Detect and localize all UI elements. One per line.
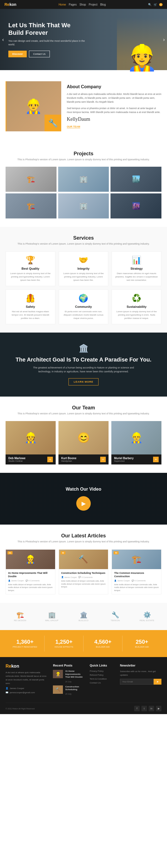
- contact-button[interactable]: Contact Us: [29, 51, 50, 57]
- team-title: Our Team: [6, 405, 161, 411]
- footer-newsletter-title: Newsletter: [120, 664, 161, 667]
- discover-button[interactable]: Discover: [8, 51, 27, 57]
- footer-link-1[interactable]: Privacy Policy: [90, 670, 115, 672]
- hero-heading: Let Us Think That We Build Forever: [8, 22, 86, 36]
- team-name-2: Kurt Boone: [61, 457, 76, 460]
- service-title-1: Best Quality: [9, 267, 52, 270]
- service-desc-1: Lorem ipsum is simply dummy text of the …: [9, 272, 52, 282]
- logo-re: Re: [4, 2, 9, 7]
- twitter-icon[interactable]: t: [141, 706, 147, 711]
- footer-link-3[interactable]: Term & Condition: [90, 678, 115, 680]
- article-emoji-1: 👷: [26, 555, 35, 564]
- footer-post-2[interactable]: 🔨 Construction Scheduling 24 July: [53, 685, 85, 696]
- brand-icon-5: ⚙️: [143, 612, 151, 619]
- nav-project[interactable]: Project: [89, 3, 97, 6]
- hero-next-arrow[interactable]: ›: [163, 37, 165, 42]
- search-icon[interactable]: 🔍: [148, 3, 152, 6]
- footer-email: jamescooper@gmail.com: [10, 691, 35, 694]
- team-plus-2[interactable]: +: [100, 457, 106, 462]
- service-title-2: Integrity: [62, 267, 105, 270]
- footer: Rekon A dui sed ut alirara quis malesuad…: [0, 657, 167, 714]
- footer-logo-re: Re: [6, 664, 11, 669]
- project-card-4[interactable]: 🏗️: [6, 193, 57, 218]
- brand-icon-3: 🏛️: [80, 612, 88, 619]
- team-plus-3[interactable]: +: [153, 457, 159, 462]
- hero-content: Let Us Think That We Build Forever You c…: [8, 22, 86, 57]
- service-card-1: 🏆 Best Quality Lorem ipsum is simply dum…: [6, 251, 56, 286]
- integrity-icon: 🤝: [62, 255, 105, 265]
- service-desc-5: Et porta enim vel commodo enim non. Aliq…: [62, 310, 105, 320]
- brand-text-5: REAL ESTATE: [140, 619, 155, 622]
- stat-3: 4,560+ Builder Aid: [84, 636, 123, 651]
- brand-2: 🏢 MAL GROUP: [41, 610, 63, 623]
- our-team-link[interactable]: OUR TEAM: [67, 125, 80, 128]
- play-button[interactable]: ▶: [76, 496, 91, 511]
- footer-post-title-2: Construction Scheduling: [65, 685, 85, 691]
- article-comments-1: 💬 0 Comments: [26, 580, 40, 582]
- article-comments-2: 💬 0 Comments: [78, 576, 93, 578]
- service-card-3: 📊 Strategy Diam maecenas ultricies mi eg…: [111, 251, 161, 286]
- team-photo-2: 😊: [59, 421, 108, 455]
- youtube-icon[interactable]: ▶: [156, 706, 161, 711]
- footer-grid: Rekon A dui sed ut alirara quis malesuad…: [6, 664, 161, 698]
- services-subtitle: This is Photoshop's version of Lorem ips…: [6, 242, 161, 246]
- navbar: Rekon Home Pages Shop Project Blog 🔍 🛒 0: [0, 0, 167, 9]
- services-section: Services This is Photoshop's version of …: [0, 227, 167, 333]
- nav-pages[interactable]: Pages: [69, 3, 76, 6]
- service-title-5: Community: [62, 305, 105, 308]
- logo[interactable]: Rekon: [4, 2, 16, 7]
- team-member-2: 😊 Kurt Boone Handyman +: [59, 421, 108, 464]
- service-card-5: 🌍 Community Et porta enim vel commodo en…: [59, 289, 108, 324]
- article-meta-1: 👤 James Cooper 💬 0 Comments: [8, 580, 53, 582]
- linkedin-icon[interactable]: in: [148, 706, 154, 711]
- project-card-6[interactable]: 🌆: [110, 193, 161, 218]
- stats-section: 1,360+ Project Renovated 1,250+ House Ef…: [0, 630, 167, 657]
- brand-icon-1: 🏗️: [16, 612, 24, 619]
- about-image: 👷‍♂️ 🔧: [6, 81, 61, 131]
- footer-contact-name: 👤 James Cooper: [6, 687, 48, 690]
- footer-link-2[interactable]: Refund Policy: [90, 674, 115, 676]
- article-emoji-3: 🏗️: [132, 555, 141, 564]
- learn-more-button[interactable]: LEARN MORE: [68, 378, 99, 385]
- footer-links-col: Quick Links Privacy Policy Refund Policy…: [90, 664, 115, 698]
- cart-icon[interactable]: 🛒: [154, 3, 157, 6]
- stat-number-3: 4,560+: [86, 639, 120, 645]
- article-card-1[interactable]: 👷 01 31 Home Improvements That Will Doub…: [6, 549, 56, 595]
- banner-heading: The Architect Goal Is To Create A Paradi…: [8, 356, 159, 363]
- footer-post-1[interactable]: 👷 31 Home Improvements That Will Double …: [53, 670, 85, 683]
- services-title-block: Services This is Photoshop's version of …: [6, 235, 161, 246]
- footer-logo[interactable]: Rekon: [6, 664, 48, 669]
- nav-blog[interactable]: Blog: [100, 3, 106, 6]
- newsletter-email-input[interactable]: [120, 679, 154, 685]
- footer-link-4[interactable]: Contact Us: [90, 682, 115, 684]
- nav-shop[interactable]: Shop: [79, 3, 86, 6]
- article-thumb-2: 🔨 02: [59, 550, 108, 569]
- facebook-icon[interactable]: f: [134, 706, 140, 711]
- brand-text-4: TEKKON: [111, 619, 120, 622]
- team-info-3: Muriel Barbery Supervisor +: [111, 455, 161, 464]
- footer-post-info-2: Construction Scheduling 24 July: [65, 685, 85, 696]
- team-plus-1[interactable]: +: [47, 457, 53, 462]
- newsletter-submit-button[interactable]: ➤: [154, 679, 161, 685]
- project-card-3[interactable]: 🏙️: [110, 167, 161, 192]
- team-photo-3: 👷‍♂️: [111, 421, 161, 455]
- project-card-2[interactable]: 🏢: [58, 167, 109, 192]
- footer-bottom: © 2021 Rekon All Right Reserved f t in ▶: [6, 703, 161, 711]
- stat-label-2: House Effects: [47, 646, 81, 648]
- banner-section: 🏛️ The Architect Goal Is To Create A Par…: [0, 333, 167, 397]
- article-tag-3: 03: [113, 551, 119, 554]
- service-title-4: Safety: [9, 305, 52, 308]
- article-card-3[interactable]: 🏗️ 03 The Common Insurances Construction…: [111, 549, 161, 595]
- article-card-2[interactable]: 🔨 02 Construction Scheduling Techniques …: [59, 549, 108, 595]
- nav-home[interactable]: Home: [59, 3, 66, 6]
- article-desc-2: Ante mollis dictum et tempor commodo odi…: [61, 580, 106, 589]
- project-card-5[interactable]: 🏢: [58, 193, 109, 218]
- project-card-1[interactable]: 🏗️: [6, 167, 57, 192]
- article-emoji-2: 🔨: [78, 555, 88, 564]
- service-card-2: 🤝 Integrity Lorem ipsum is simply dummy …: [59, 251, 108, 286]
- hero-prev-arrow[interactable]: ‹: [2, 37, 4, 42]
- services-grid: 🏆 Best Quality Lorem ipsum is simply dum…: [6, 251, 161, 324]
- team-grid: 👷 Deb Marlowe Studio Contrar + 😊 Kurt Bo…: [6, 421, 161, 464]
- about-body2: Sed tempus urna ut pharetra protan ut do…: [67, 106, 161, 114]
- newsletter-form: ➤: [120, 679, 161, 685]
